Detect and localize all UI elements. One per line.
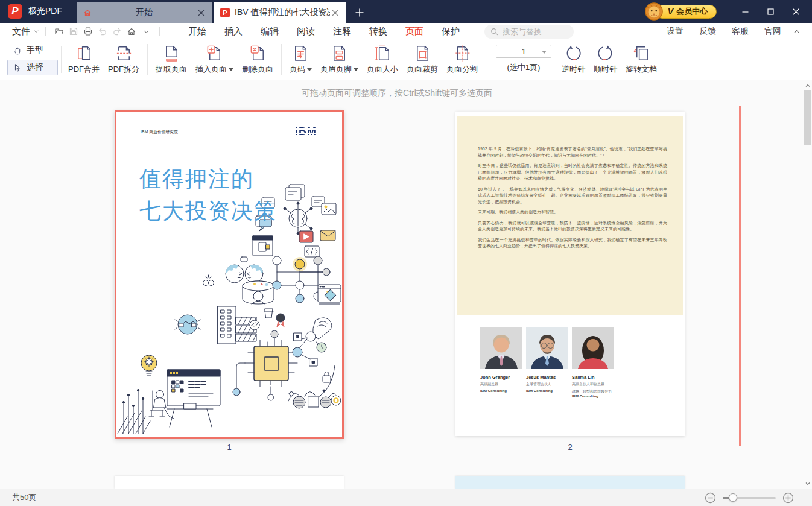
more-tools-dropdown[interactable] bbox=[139, 25, 153, 38]
dropdown-arrow-icon bbox=[542, 51, 547, 54]
authors-row: John Granger 高级副总裁 IBM Consulting bbox=[480, 327, 614, 398]
right-menus: 设置 反馈 客服 官网 bbox=[659, 24, 804, 39]
author-org: IBM Consulting bbox=[526, 389, 568, 393]
close-button[interactable] bbox=[783, 0, 808, 23]
dropdown-arrow-icon bbox=[354, 68, 358, 71]
author-role: 战略、转型和思想领导力 bbox=[572, 389, 614, 394]
select-tool-button[interactable]: 选择 bbox=[7, 60, 58, 75]
extract-pages-icon bbox=[162, 44, 181, 63]
pdf-split-icon bbox=[115, 44, 133, 63]
titlebar: P 极光PDF 开始 P IBV 值得押注的七大投资决... bbox=[0, 0, 812, 23]
page-selector: 1 (选中1页) bbox=[496, 45, 551, 73]
open-file-button[interactable] bbox=[52, 25, 66, 38]
rotate-cw-button[interactable]: 顺时针 bbox=[589, 42, 621, 77]
pdf-merge-button[interactable]: PDF合并 bbox=[64, 42, 104, 77]
undo-button[interactable] bbox=[95, 25, 110, 38]
page-thumbnail-2[interactable]: 1962 年 9 月，在冷战背景下，约翰·肯尼迪发表了著名的“登月演说”。他说道… bbox=[455, 112, 685, 436]
page-number-button[interactable]: 页码 bbox=[285, 42, 316, 77]
insert-pages-icon bbox=[205, 44, 224, 63]
author-card: Salima Lin 高级合伙人和副总裁 战略、转型和思想领导力 IBM Con… bbox=[572, 327, 614, 398]
pdf-split-button[interactable]: PDF拆分 bbox=[104, 42, 144, 77]
header-footer-button[interactable]: 页眉页脚 bbox=[316, 42, 363, 77]
paragraph: 未来可期。我们相信人类的创造力和智慧。 bbox=[478, 209, 667, 216]
dropdown-arrow-icon bbox=[307, 68, 312, 71]
author-org: IBM Consulting bbox=[572, 394, 614, 398]
author-photo bbox=[526, 327, 568, 369]
rotate-ccw-button[interactable]: 逆时针 bbox=[557, 42, 589, 77]
print-button[interactable] bbox=[81, 25, 95, 38]
menu-protect[interactable]: 保护 bbox=[433, 24, 469, 39]
home-view-button[interactable] bbox=[124, 25, 139, 38]
menu-edit[interactable]: 编辑 bbox=[252, 24, 288, 39]
paragraph: 只要齐心协力，我们就可以减缓全球变暖，预防下一波疫情，应对系统性金融风险，治愈癌… bbox=[478, 220, 667, 233]
dropdown-arrow-icon bbox=[229, 68, 233, 71]
select-tool-label: 选择 bbox=[27, 62, 43, 73]
page-thumbnail-4-partial[interactable] bbox=[455, 476, 685, 489]
page-number-select[interactable]: 1 bbox=[496, 45, 551, 58]
member-center-button[interactable]: V 会员中心 bbox=[655, 5, 717, 19]
page-split-button[interactable]: 页面分割 bbox=[442, 42, 482, 77]
file-menu-label: 文件 bbox=[12, 26, 30, 37]
author-role: 全球管理合伙人 bbox=[526, 382, 568, 387]
menubar: 文件 开始 插入 编辑 阅读 注释 bbox=[0, 23, 812, 40]
new-tab-button[interactable] bbox=[350, 4, 369, 22]
maximize-button[interactable] bbox=[758, 0, 783, 23]
menu-start[interactable]: 开始 bbox=[179, 24, 215, 39]
save-button[interactable] bbox=[66, 25, 81, 38]
tab-document-close-icon[interactable] bbox=[330, 8, 340, 17]
tab-home[interactable]: 开始 bbox=[77, 2, 212, 23]
page2-text-block: 1962 年 9 月，在冷战背景下，约翰·肯尼迪发表了著名的“登月演说”。他说道… bbox=[457, 116, 683, 315]
page1-cover: IBM 商业价值研究院 IBM 值得押注的 七大投资决策 bbox=[116, 112, 342, 437]
menu-page[interactable]: 页面 bbox=[396, 24, 433, 39]
rotate-document-icon bbox=[632, 44, 651, 63]
website-button[interactable]: 官网 bbox=[756, 24, 789, 39]
page-thumbnail-1[interactable]: IBM 商业价值研究院 IBM 值得押注的 七大投资决策 bbox=[115, 110, 344, 439]
author-card: Jesus Mantas 全球管理合伙人 IBM Consulting bbox=[526, 327, 568, 398]
page-grid-area[interactable]: 可拖动页面可调整顺序，按Ctrl或Shift键可多选页面 bbox=[0, 80, 812, 489]
zoom-slider[interactable] bbox=[723, 497, 776, 499]
feedback-button[interactable]: 反馈 bbox=[691, 24, 724, 39]
tab-document-label: IBV 值得押注的七大投资决... bbox=[235, 7, 330, 18]
paragraph: 60 年过去了，一场突如其来的疫情之后，气候变化、经济动荡、地缘政治冲突与以 G… bbox=[478, 186, 667, 206]
minimize-button[interactable] bbox=[732, 0, 758, 23]
tab-home-close-icon[interactable] bbox=[196, 8, 206, 17]
hand-tool-button[interactable]: 手型 bbox=[7, 43, 58, 59]
page-crop-button[interactable]: 页面裁剪 bbox=[402, 42, 442, 77]
menu-read[interactable]: 阅读 bbox=[288, 24, 324, 39]
menu-convert[interactable]: 转换 bbox=[360, 24, 396, 39]
toolbar: 手型 选择 PDF合并 bbox=[0, 40, 812, 80]
rotate-document-button[interactable]: 旋转文档 bbox=[621, 42, 661, 77]
pdf-merge-icon bbox=[75, 44, 94, 63]
hand-tool-label: 手型 bbox=[27, 45, 43, 56]
author-name: John Granger bbox=[480, 375, 522, 380]
page-thumbnail-3-partial[interactable] bbox=[115, 476, 344, 489]
vertical-scrollbar[interactable] bbox=[803, 80, 812, 489]
support-button[interactable]: 客服 bbox=[724, 24, 756, 39]
tab-home-label: 开始 bbox=[92, 7, 196, 18]
scroll-up-icon[interactable] bbox=[804, 81, 811, 89]
file-menu[interactable]: 文件 bbox=[12, 26, 39, 37]
app-logo-icon: P bbox=[8, 4, 22, 19]
collapse-ribbon-button[interactable] bbox=[789, 25, 804, 38]
zoom-slider-handle[interactable] bbox=[729, 493, 737, 502]
menu-insert[interactable]: 插入 bbox=[215, 24, 252, 39]
zoom-in-button[interactable] bbox=[782, 492, 794, 504]
page-label-1: 1 bbox=[115, 443, 344, 452]
settings-button[interactable]: 设置 bbox=[659, 24, 691, 39]
page-size-button[interactable]: 页面大小 bbox=[363, 42, 402, 77]
app-window: P 极光PDF 开始 P IBV 值得押注的七大投资决... bbox=[0, 0, 812, 506]
tab-document[interactable]: P IBV 值得押注的七大投资决... bbox=[214, 2, 346, 23]
delete-pages-button[interactable]: 删除页面 bbox=[238, 42, 278, 77]
redo-button[interactable] bbox=[110, 25, 124, 38]
scrollbar-thumb[interactable] bbox=[804, 90, 811, 145]
extract-pages-button[interactable]: 提取页面 bbox=[151, 42, 191, 77]
chevron-down-icon bbox=[33, 28, 39, 34]
toolbar-buttons: PDF合并 PDF拆分 提取页面 bbox=[64, 42, 661, 77]
scroll-down-icon[interactable] bbox=[804, 479, 811, 487]
search-box bbox=[484, 25, 574, 39]
drag-hint-text: 可拖动页面可调整顺序，按Ctrl或Shift键可多选页面 bbox=[0, 88, 794, 99]
menu-annotate[interactable]: 注释 bbox=[324, 24, 360, 39]
insert-pages-button[interactable]: 插入页面 bbox=[191, 42, 238, 77]
zoom-out-button[interactable] bbox=[705, 492, 716, 504]
selection-count-label: (选中1页) bbox=[507, 62, 541, 73]
